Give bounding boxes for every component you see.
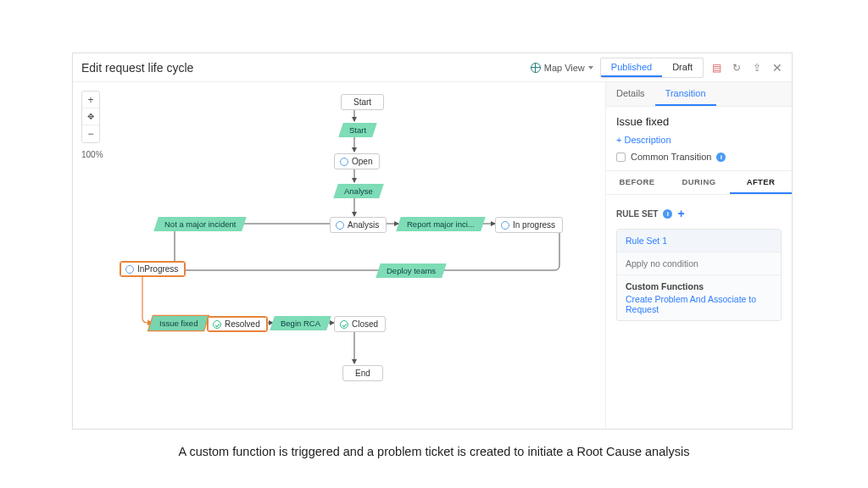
node-resolved[interactable]: Resolved [207,316,268,332]
checkbox-icon[interactable] [616,152,626,162]
transition-report-major[interactable]: Report major inci... [396,217,485,231]
map-view-dropdown[interactable]: Map View [531,63,593,73]
pan-button[interactable]: ✥ [82,108,99,125]
ruleset-box: Rule Set 1 Apply no condition Custom Fun… [616,229,782,321]
transition-start[interactable]: Start [338,123,377,137]
transition-not-major[interactable]: Not a major incident [153,217,247,231]
sidebar: Details Transition Issue fixed + Descrip… [605,82,792,429]
workspace: + ✥ − 100% [73,82,792,429]
map-view-label: Map View [544,63,585,73]
zoom-controls: + ✥ − [81,91,100,143]
tab-after[interactable]: AFTER [730,171,792,194]
tab-transition[interactable]: Transition [655,82,716,106]
add-ruleset-button[interactable]: + [677,207,684,220]
common-transition-label: Common Transition [631,152,711,162]
node-in-progress-left[interactable]: InProgress [120,261,186,277]
zoom-out-button[interactable]: − [82,125,99,142]
status-icon [340,158,348,166]
node-open[interactable]: Open [334,153,380,169]
common-transition-row[interactable]: Common Transition i [616,152,782,162]
publish-toggle: Published Draft [600,58,704,78]
node-closed[interactable]: Closed [334,316,386,332]
rule-condition[interactable]: Apply no condition [617,252,781,275]
export-icon[interactable]: ⇪ [751,62,763,74]
status-icon [336,221,344,230]
chevron-down-icon [588,66,593,69]
side-body: Issue fixed + Description Common Transit… [606,107,792,330]
tab-during[interactable]: DURING [668,171,730,194]
transition-issue-fixed[interactable]: Issue fixed [148,316,209,330]
status-icon [125,265,134,274]
ruleset-header: RULE SET i + [616,202,782,220]
ruleset-label: RULE SET [616,209,658,219]
status-icon [501,221,509,230]
tab-before[interactable]: BEFORE [606,171,668,194]
node-end-terminal[interactable]: End [342,365,383,381]
flow-canvas[interactable]: + ✥ − 100% [73,82,605,429]
toolbar: Edit request life cycle Map View Publish… [73,53,792,82]
info-icon[interactable]: i [663,209,672,219]
close-icon[interactable]: ✕ [771,62,783,74]
tab-draft[interactable]: Draft [662,58,703,77]
transition-analyse[interactable]: Analyse [333,184,383,198]
add-description-link[interactable]: + Description [616,135,782,145]
transition-deploy-teams[interactable]: Deploy teams [376,263,447,278]
phase-tabs: BEFORE DURING AFTER [606,170,792,195]
refresh-icon[interactable]: ↻ [731,62,743,74]
transition-begin-rca[interactable]: Begin RCA [270,316,331,330]
caption-text: A custom function is triggered and a pro… [0,445,868,458]
cf-link[interactable]: Create Problem And Associate to Request [626,294,772,314]
pdf-icon[interactable]: ▤ [710,62,722,74]
cf-label: Custom Functions [626,281,772,291]
status-icon [340,320,348,329]
transition-title: Issue fixed [616,115,782,128]
info-icon[interactable]: i [716,152,726,162]
tab-published[interactable]: Published [601,58,662,77]
tab-details[interactable]: Details [606,82,655,106]
node-analysis[interactable]: Analysis [330,217,387,233]
rule-name[interactable]: Rule Set 1 [617,230,781,252]
node-in-progress-right[interactable]: In progress [495,217,563,233]
page-title: Edit request life cycle [81,61,524,75]
globe-icon [531,63,541,73]
app-window: Edit request life cycle Map View Publish… [72,53,793,430]
zoom-in-button[interactable]: + [82,92,99,108]
status-icon [213,320,221,329]
toolbar-actions: ▤ ↻ ⇪ ✕ [710,62,783,74]
node-start-terminal[interactable]: Start [341,94,384,110]
side-tabs: Details Transition [606,82,792,107]
custom-functions-block: Custom Functions Create Problem And Asso… [617,275,781,320]
